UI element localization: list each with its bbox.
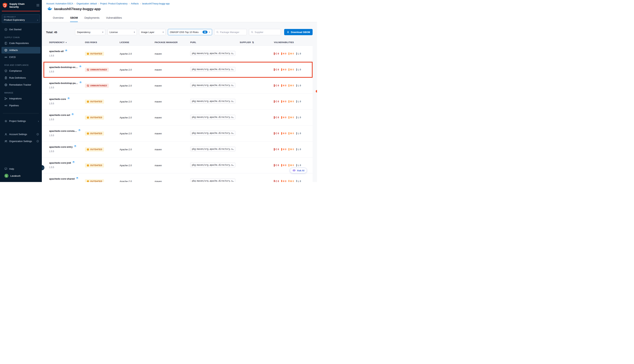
- module-switcher-icon[interactable]: [36, 4, 40, 8]
- purl-value[interactable]: pkg:maven/org.apache.directory.s…: [190, 162, 235, 167]
- user-menu[interactable]: L Lavakush: [2, 172, 40, 179]
- table-row[interactable]: apacheds-bootstrap-pa… 1.5.5 UNMAINTAINE…: [42, 78, 312, 94]
- layers-icon: [72, 161, 75, 164]
- docker-icon: [47, 6, 52, 11]
- sidebar-item-help[interactable]: Help: [2, 166, 40, 172]
- sidebar-item-label: Artifacts: [9, 49, 18, 52]
- tab-overview[interactable]: Overview: [53, 16, 64, 22]
- column-header-supplier: SUPPLIER: [240, 41, 251, 44]
- layers-icon: [78, 129, 81, 132]
- package-manager-search-input[interactable]: [220, 31, 245, 34]
- owasp-risks-filter-select[interactable]: OWASP OSS Top 10 Risks 02 ▾: [168, 29, 212, 35]
- dependency-name: apacheds-core-entry: [49, 146, 73, 148]
- risk-badge: OUTDATED: [85, 100, 104, 104]
- table-row[interactable]: apacheds-core-shared 1.5.5 OUTDATED Apac…: [42, 174, 312, 182]
- sidebar-item-label: Get Started: [9, 28, 21, 31]
- image-layer-filter-select[interactable]: Image Layer ▾: [139, 29, 166, 35]
- ask-ai-button[interactable]: Ask AI: [290, 168, 307, 173]
- sort-caret-icon[interactable]: ▾: [66, 42, 67, 44]
- purl-value[interactable]: pkg:maven/org.apache.directory.s…: [190, 83, 235, 88]
- severity-medium: M 0: [288, 68, 294, 71]
- project-name: Product Exploratory: [4, 18, 25, 21]
- sort-updown-icon[interactable]: ⇅: [252, 41, 254, 44]
- table-row[interactable]: apacheds-core 1.5.5 OUTDATED Apache-2.0 …: [42, 94, 312, 110]
- layers-icon: [79, 82, 82, 85]
- table-row[interactable]: apacheds-all 1.5.5 OUTDATED Apache-2.0 m…: [42, 46, 312, 62]
- prohibited-icon: [87, 84, 89, 87]
- purl-value[interactable]: pkg:maven/org.apache.directory.s…: [190, 115, 235, 120]
- sidebar-footer: Help L Lavakush: [0, 163, 42, 182]
- download-sbom-button[interactable]: Download SBOM: [284, 29, 312, 35]
- sidebar-item-get-started[interactable]: Get Started: [2, 26, 40, 33]
- dependency-version: 1.5.5: [49, 118, 85, 121]
- breadcrumb-artifacts-link[interactable]: Artifacts: [131, 2, 139, 5]
- purl-value[interactable]: pkg:maven/org.apache.directory.s…: [190, 67, 235, 72]
- layers-icon: [76, 177, 79, 180]
- vulnerability-counts: C 0H 0M 0L 0: [274, 84, 312, 87]
- sidebar-item-compliance[interactable]: Compliance: [2, 68, 40, 74]
- breadcrumb-account-link[interactable]: Account: Automation-SSCA: [46, 2, 73, 5]
- owasp-filter-count-badge: 02: [202, 30, 208, 34]
- sbom-content: Total: 45 Dependency ▾ License ▾ Image L…: [42, 22, 317, 182]
- severity-critical: C 0: [274, 132, 279, 135]
- sidebar-item-code-repositories[interactable]: Code Repositories: [2, 40, 40, 46]
- toolbar: Total: 45 Dependency ▾ License ▾ Image L…: [46, 29, 312, 35]
- oss-risk-cell: OUTDATED: [85, 100, 120, 104]
- severity-medium: M 0: [288, 164, 294, 166]
- sidebar-item-organization-settings[interactable]: Organization Settings: [2, 138, 40, 144]
- sidebar-item-account-settings[interactable]: Account Settings: [2, 131, 40, 138]
- purl-value[interactable]: pkg:maven/org.apache.directory.s…: [190, 99, 235, 104]
- breadcrumb-artifact-link[interactable]: lavakush07/easy-buggy-app: [142, 2, 169, 5]
- severity-low: L 0: [296, 68, 301, 71]
- column-header-oss-risks: OSS RISKS: [85, 41, 97, 44]
- sidebar-item-integrations[interactable]: Integrations: [2, 95, 40, 102]
- severity-low: L 0: [296, 180, 301, 182]
- license-value: Apache-2.0: [120, 68, 155, 71]
- integrations-icon: [5, 97, 7, 100]
- severity-medium: M 0: [288, 148, 294, 151]
- sidebar-item-remediation-tracker[interactable]: Remediation Tracker: [2, 82, 40, 88]
- license-filter-select[interactable]: License ▾: [108, 29, 137, 35]
- severity-high: H 0: [281, 164, 286, 166]
- sidebar-item-label: Account Settings: [9, 133, 27, 136]
- help-chat-icon: [5, 167, 7, 170]
- user-avatar: L: [5, 174, 9, 178]
- table-row[interactable]: apacheds-core-consta… 1.5.5 OUTDATED Apa…: [42, 126, 312, 142]
- table-row[interactable]: apacheds-core-avl 1.5.5 OUTDATED Apache-…: [42, 110, 312, 126]
- get-started-icon: [5, 28, 7, 31]
- package-manager-value: maven: [155, 84, 190, 87]
- tab-sbom[interactable]: SBOM: [70, 16, 78, 22]
- breadcrumb-organization-link[interactable]: Organization: default: [77, 2, 97, 5]
- tab-deployments[interactable]: Deployments: [84, 16, 99, 22]
- tab-vulnerabilities[interactable]: Vulnerabilities: [106, 16, 122, 22]
- risk-label: OUTDATED: [90, 148, 102, 150]
- project-icon: [4, 16, 6, 18]
- project-selector[interactable]: PROJECT Product Exploratory ›: [2, 14, 40, 23]
- sidebar-item-rule-definitions[interactable]: Rule Definitions: [2, 74, 40, 81]
- sidebar-item-cicd[interactable]: CI/CD: [2, 54, 40, 60]
- table-row[interactable]: apacheds-core-jndi 1.5.5 OUTDATED Apache…: [42, 158, 312, 174]
- severity-medium: M 0: [288, 132, 294, 135]
- purl-value[interactable]: pkg:maven/org.apache.directory.s…: [190, 131, 235, 136]
- sidebar-item-artifacts[interactable]: Artifacts: [2, 47, 40, 54]
- table-row[interactable]: apacheds-core-entry 1.5.5 OUTDATED Apach…: [42, 142, 312, 158]
- purl-value[interactable]: pkg:maven/org.apache.directory.s…: [190, 147, 235, 152]
- breadcrumb-project-link[interactable]: Project: Product Exploratory: [100, 2, 128, 5]
- sidebar-item-pipelines[interactable]: Pipelines: [2, 102, 40, 109]
- dependency-filter-select[interactable]: Dependency ▾: [75, 29, 105, 35]
- risk-badge: OUTDATED: [85, 147, 104, 152]
- severity-high: H 0: [281, 148, 286, 151]
- sidebar-header: Supply Chain Security: [2, 0, 40, 11]
- dependency-version: 1.5.5: [49, 86, 85, 89]
- risk-label: OUTDATED: [90, 180, 102, 182]
- clock-icon: [87, 180, 89, 182]
- purl-value[interactable]: pkg:maven/org.apache.directory.s…: [190, 178, 235, 182]
- sidebar-item-project-settings[interactable]: Project Settings ›: [2, 118, 40, 124]
- dependency-name: apacheds-core-shared: [49, 178, 75, 180]
- supplier-search-input[interactable]: [255, 31, 279, 34]
- risk-label: OUTDATED: [90, 116, 102, 118]
- dependency-name: apacheds-core-consta…: [49, 130, 77, 132]
- table-row[interactable]: apacheds-bootstrap-ex… 1.5.5 UNMAINTAINE…: [42, 62, 312, 78]
- purl-value[interactable]: pkg:maven/org.apache.directory.s…: [190, 51, 235, 56]
- dependency-cell: apacheds-core-consta… 1.5.5: [49, 126, 85, 141]
